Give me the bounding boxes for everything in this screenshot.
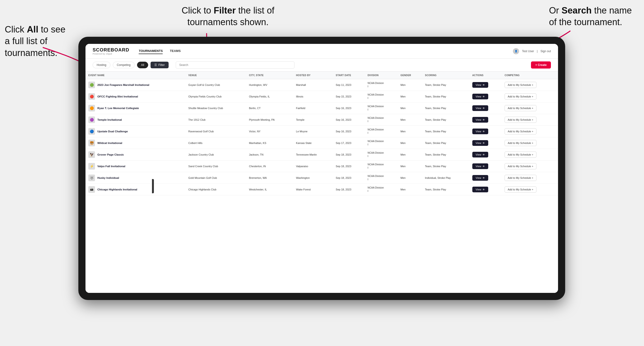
user-name: Test User: [522, 50, 534, 53]
cell-event-name: 🐯 Wildcat Invitational: [86, 137, 186, 149]
cell-hosted-by: Tennessee-Martin: [293, 149, 333, 161]
view-button[interactable]: View 👁: [472, 152, 488, 158]
cell-hosted-by: Valparaiso: [293, 161, 333, 172]
view-button[interactable]: View 👁: [472, 117, 488, 123]
cell-scoring: Team, Stroke Play: [422, 161, 469, 172]
table-row: 🔵 Upstate Dual Challenge Ravenwood Golf …: [86, 126, 558, 137]
event-name-text: OFCC Fighting Illini Invitational: [97, 95, 138, 98]
eye-icon: 👁: [482, 154, 485, 156]
table-container: EVENT NAME VENUE CITY, STATE HOSTED BY S…: [86, 72, 558, 293]
cell-venue: Guyan Golf & Country Club: [186, 79, 246, 91]
filter-button[interactable]: ☰ Filter: [150, 62, 168, 68]
cell-division: NCAA DivisionI: [365, 184, 398, 195]
toolbar: Hosting Competing All ☰ Filter + Create: [86, 59, 558, 72]
view-label: View: [476, 176, 481, 179]
event-name-text: Upstate Dual Challenge: [97, 130, 128, 133]
add-to-schedule-button[interactable]: Add to My Schedule +: [504, 117, 536, 123]
add-to-schedule-button[interactable]: Add to My Schedule +: [504, 82, 536, 88]
nav-link-tournaments[interactable]: TOURNAMENTS: [139, 48, 163, 54]
cell-start-date: Sep 18, 2023: [333, 184, 365, 195]
team-logo: 🐯: [88, 140, 95, 146]
cell-scoring: Team, Stroke Play: [422, 102, 469, 114]
cell-event-name: 🟣 Temple Invitational: [86, 114, 186, 126]
add-to-schedule-button[interactable]: Add to My Schedule +: [504, 175, 536, 181]
tab-all[interactable]: All: [137, 62, 148, 68]
cell-competing: Add to My Schedule +: [502, 79, 558, 91]
view-button[interactable]: View 👁: [472, 164, 488, 169]
cell-actions: View 👁: [470, 149, 502, 161]
cell-hosted-by: Marshall: [293, 79, 333, 91]
view-button[interactable]: View 👁: [472, 94, 488, 99]
cell-venue: Ravenwood Golf Club: [186, 126, 246, 137]
nav-link-teams[interactable]: TEAMS: [170, 48, 181, 54]
cell-gender: Men: [398, 79, 422, 91]
cell-city-state: Westchester, IL: [246, 184, 293, 195]
cell-competing: Add to My Schedule +: [502, 114, 558, 126]
nav-right: 👤 Test User | Sign out: [513, 48, 551, 54]
view-button[interactable]: View 👁: [472, 82, 488, 88]
cell-gender: Men: [398, 102, 422, 114]
cell-venue: Sand Creek Country Club: [186, 161, 246, 172]
cell-actions: View 👁: [470, 91, 502, 102]
eye-icon: 👁: [482, 107, 485, 110]
cell-competing: Add to My Schedule +: [502, 102, 558, 114]
event-name-text: Husky Individual: [97, 176, 119, 179]
cell-division: NCAA DivisionI: [365, 172, 398, 184]
cell-hosted-by: Temple: [293, 114, 333, 126]
cell-gender: Men: [398, 126, 422, 137]
view-button[interactable]: View 👁: [472, 175, 488, 181]
sign-out-link[interactable]: Sign out: [540, 50, 551, 53]
event-name-text: Wildcat Invitational: [97, 142, 122, 145]
table-row: 🐺 Husky Individual Gold Mountain Golf Cl…: [86, 172, 558, 184]
cell-city-state: Huntington, WV: [246, 79, 293, 91]
search-input[interactable]: [176, 61, 294, 69]
team-logo: 🔴: [88, 93, 95, 100]
view-button[interactable]: View 👁: [472, 129, 488, 134]
cell-event-name: ⚡ Valpo Fall Invitational: [86, 161, 186, 172]
filter-label: Filter: [158, 63, 165, 67]
create-button[interactable]: + Create: [531, 61, 551, 69]
cell-gender: Men: [398, 149, 422, 161]
cell-gender: Men: [398, 114, 422, 126]
cell-division: NCAA DivisionI: [365, 102, 398, 114]
cell-division: NCAA DivisionI: [365, 149, 398, 161]
team-logo: 🟣: [88, 116, 95, 123]
cell-gender: Men: [398, 184, 422, 195]
cell-division: NCAA DivisionI: [365, 126, 398, 137]
nav-bar: SCOREBOARD Powered by clippd TOURNAMENTS…: [86, 44, 558, 59]
cell-scoring: Team, Stroke Play: [422, 149, 469, 161]
add-to-schedule-button[interactable]: Add to My Schedule +: [504, 186, 536, 192]
logo-sub: Powered by clippd: [92, 53, 129, 55]
logo-area: SCOREBOARD Powered by clippd: [92, 47, 129, 55]
table-row: 🏔 Chicago Highlands Invitational Chicago…: [86, 184, 558, 195]
tab-hosting[interactable]: Hosting: [92, 62, 110, 68]
cell-hosted-by: Le Moyne: [293, 126, 333, 137]
col-competing: COMPETING: [502, 72, 558, 79]
view-button[interactable]: View 👁: [472, 140, 488, 146]
cell-venue: Gold Mountain Golf Club: [186, 172, 246, 184]
cell-division: NCAA DivisionI: [365, 114, 398, 126]
cell-actions: View 👁: [470, 184, 502, 195]
cell-city-state: Plymouth Meeting, PA: [246, 114, 293, 126]
add-to-schedule-button[interactable]: Add to My Schedule +: [504, 105, 536, 111]
user-avatar: 👤: [513, 48, 519, 54]
view-button[interactable]: View 👁: [472, 105, 488, 111]
view-label: View: [476, 118, 481, 121]
cell-division: NCAA DivisionI: [365, 161, 398, 172]
add-to-schedule-button[interactable]: Add to My Schedule +: [504, 163, 536, 169]
eye-icon: 👁: [482, 95, 485, 98]
tab-competing[interactable]: Competing: [113, 62, 135, 68]
view-button[interactable]: View 👁: [472, 187, 488, 192]
cell-start-date: Sep 15, 2023: [333, 91, 365, 102]
add-to-schedule-button[interactable]: Add to My Schedule +: [504, 93, 536, 100]
add-to-schedule-button[interactable]: Add to My Schedule +: [504, 140, 536, 146]
add-to-schedule-button[interactable]: Add to My Schedule +: [504, 152, 536, 158]
cell-start-date: Sep 17, 2023: [333, 137, 365, 149]
eye-icon: 👁: [482, 142, 485, 145]
cell-event-name: 🟠 Ryan T. Lee Memorial Collegiate: [86, 102, 186, 114]
eye-icon: 👁: [482, 188, 485, 191]
event-name-text: Valpo Fall Invitational: [97, 165, 126, 168]
add-to-schedule-button[interactable]: Add to My Schedule +: [504, 128, 536, 135]
cell-gender: Men: [398, 91, 422, 102]
team-logo: 🟠: [88, 105, 95, 111]
